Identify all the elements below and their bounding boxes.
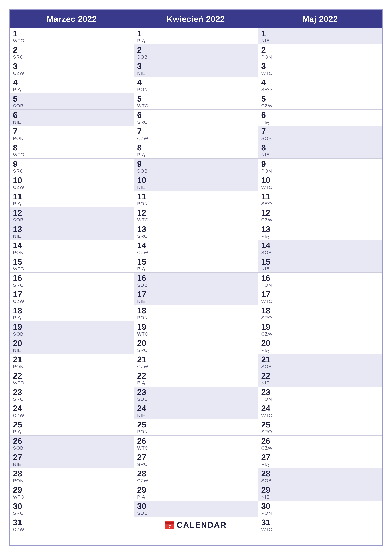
day-number-2-16: 17 bbox=[261, 290, 379, 298]
day-name-2-30: WTO bbox=[261, 527, 379, 532]
day-row-1-19: 20ŚRO bbox=[134, 338, 258, 354]
logo-text: CALENDAR bbox=[177, 520, 227, 530]
day-name-0-7: WTO bbox=[13, 152, 130, 157]
day-number-2-27: 28 bbox=[261, 469, 379, 478]
day-row-0-18: 19SOB bbox=[10, 321, 134, 338]
day-name-2-0: NIE bbox=[261, 38, 379, 43]
day-row-0-6: 7PON bbox=[10, 126, 134, 142]
day-row-2-25: 26CZW bbox=[258, 436, 382, 452]
day-number-1-13: 14 bbox=[137, 241, 255, 249]
day-name-2-4: CZW bbox=[261, 103, 379, 109]
svg-rect-3 bbox=[165, 522, 174, 524]
day-row-2-17: 18ŚRO bbox=[258, 305, 382, 321]
day-row-2-10: 11ŚRO bbox=[258, 191, 382, 207]
day-name-0-21: WTO bbox=[13, 380, 130, 386]
day-name-2-13: SOB bbox=[261, 250, 379, 255]
day-row-0-17: 18PIĄ bbox=[10, 305, 134, 321]
day-row-1-4: 5WTO bbox=[134, 93, 258, 110]
day-name-2-7: NIE bbox=[261, 152, 379, 157]
day-number-0-14: 15 bbox=[13, 258, 130, 266]
day-name-0-22: ŚRO bbox=[13, 396, 130, 402]
day-row-0-23: 24CZW bbox=[10, 403, 134, 419]
day-number-1-16: 17 bbox=[137, 290, 255, 298]
day-name-2-24: ŚRO bbox=[261, 429, 379, 434]
day-name-2-1: PON bbox=[261, 54, 379, 60]
day-number-0-26: 27 bbox=[13, 453, 130, 461]
day-name-0-20: PON bbox=[13, 364, 130, 369]
day-row-2-22: 23PON bbox=[258, 387, 382, 403]
day-number-1-17: 18 bbox=[137, 307, 255, 315]
day-number-0-24: 25 bbox=[13, 421, 130, 429]
day-name-0-11: SOB bbox=[13, 217, 130, 223]
day-name-0-27: PON bbox=[13, 478, 130, 483]
day-number-1-1: 2 bbox=[137, 46, 255, 54]
day-name-0-6: PON bbox=[13, 136, 130, 141]
day-row-1-0: 1PIĄ bbox=[134, 28, 258, 44]
day-row-0-10: 11PIĄ bbox=[10, 191, 134, 207]
day-number-2-2: 3 bbox=[261, 62, 379, 70]
day-row-1-23: 24NIE bbox=[134, 403, 258, 419]
day-row-2-8: 9PON bbox=[258, 159, 382, 175]
day-row-1-16: 17NIE bbox=[134, 289, 258, 305]
day-name-1-6: CZW bbox=[137, 136, 255, 141]
day-number-2-10: 11 bbox=[261, 192, 379, 201]
day-row-2-21: 22NIE bbox=[258, 370, 382, 387]
day-row-1-6: 7CZW bbox=[134, 126, 258, 142]
day-name-1-23: NIE bbox=[137, 413, 255, 418]
day-name-1-29: SOB bbox=[137, 511, 255, 516]
day-name-1-13: CZW bbox=[137, 250, 255, 255]
calendar-container: Marzec 20221WTO2ŚRO3CZW4PIĄ5SOB6NIE7PON8… bbox=[0, 0, 392, 555]
day-row-2-19: 20PIĄ bbox=[258, 338, 382, 354]
day-name-2-5: PIĄ bbox=[261, 119, 379, 125]
day-name-1-10: PON bbox=[137, 201, 255, 206]
day-name-1-5: ŚRO bbox=[137, 119, 255, 125]
day-number-0-16: 17 bbox=[13, 290, 130, 298]
day-name-2-14: NIE bbox=[261, 266, 379, 271]
day-number-1-20: 21 bbox=[137, 355, 255, 364]
day-number-1-9: 10 bbox=[137, 176, 255, 184]
day-number-1-26: 27 bbox=[137, 453, 255, 461]
day-name-0-9: CZW bbox=[13, 185, 130, 190]
day-number-0-30: 31 bbox=[13, 518, 130, 526]
day-row-2-24: 25ŚRO bbox=[258, 419, 382, 436]
day-row-1-25: 26WTO bbox=[134, 436, 258, 452]
day-row-1-3: 4PON bbox=[134, 77, 258, 93]
day-row-2-0: 1NIE bbox=[258, 28, 382, 44]
day-row-1-5: 6ŚRO bbox=[134, 110, 258, 126]
day-row-2-15: 16PON bbox=[258, 273, 382, 289]
day-row-2-28: 29NIE bbox=[258, 484, 382, 501]
day-number-2-4: 5 bbox=[261, 95, 379, 103]
day-name-0-0: WTO bbox=[13, 38, 130, 43]
day-number-0-12: 13 bbox=[13, 225, 130, 233]
day-number-1-25: 26 bbox=[137, 437, 255, 445]
day-name-2-19: PIĄ bbox=[261, 348, 379, 353]
day-row-0-4: 5SOB bbox=[10, 93, 134, 110]
day-name-0-8: ŚRO bbox=[13, 168, 130, 174]
day-name-2-15: PON bbox=[261, 282, 379, 288]
day-number-0-1: 2 bbox=[13, 46, 130, 54]
day-name-0-13: PON bbox=[13, 250, 130, 255]
day-name-1-9: NIE bbox=[137, 185, 255, 190]
day-number-2-17: 18 bbox=[261, 307, 379, 315]
day-number-1-2: 3 bbox=[137, 62, 255, 70]
day-number-1-7: 8 bbox=[137, 144, 255, 152]
day-row-2-26: 27PIĄ bbox=[258, 452, 382, 468]
day-name-2-9: WTO bbox=[261, 185, 379, 190]
day-number-0-2: 3 bbox=[13, 62, 130, 70]
day-number-2-3: 4 bbox=[261, 78, 379, 87]
day-row-0-15: 16ŚRO bbox=[10, 273, 134, 289]
day-row-2-9: 10WTO bbox=[258, 175, 382, 191]
day-row-1-29: 30SOB bbox=[134, 501, 258, 517]
day-number-0-15: 16 bbox=[13, 274, 130, 282]
day-number-0-25: 26 bbox=[13, 437, 130, 445]
day-number-0-10: 11 bbox=[13, 192, 130, 201]
day-name-2-18: CZW bbox=[261, 331, 379, 337]
day-number-1-12: 13 bbox=[137, 225, 255, 233]
day-name-0-1: ŚRO bbox=[13, 54, 130, 60]
day-name-2-22: PON bbox=[261, 396, 379, 402]
day-row-0-21: 22WTO bbox=[10, 370, 134, 387]
day-name-0-14: WTO bbox=[13, 266, 130, 271]
day-number-1-6: 7 bbox=[137, 127, 255, 135]
day-name-0-4: SOB bbox=[13, 103, 130, 109]
day-name-0-2: CZW bbox=[13, 71, 130, 76]
